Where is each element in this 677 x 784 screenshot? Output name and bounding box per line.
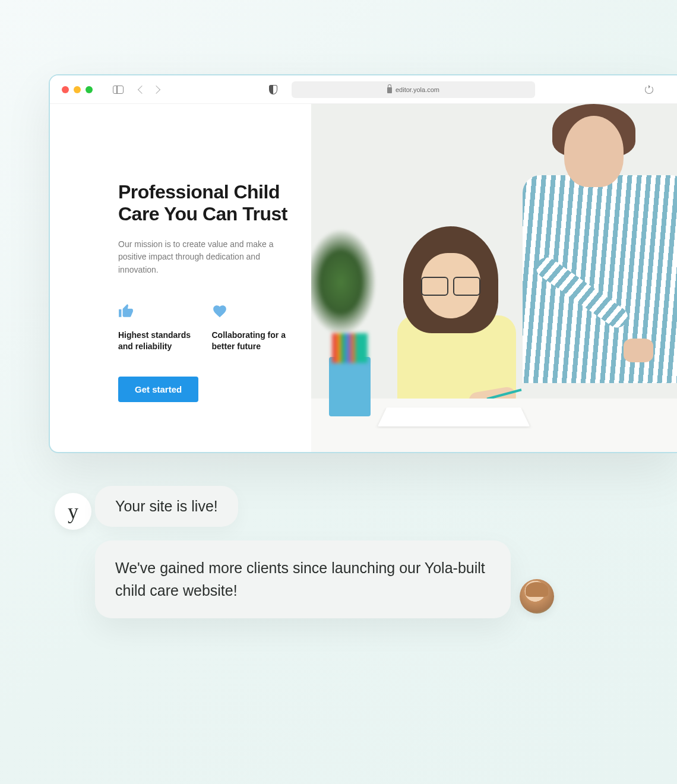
- yola-avatar: y: [55, 493, 91, 530]
- url-text: editor.yola.com: [396, 86, 439, 93]
- privacy-shield-icon[interactable]: [269, 85, 277, 94]
- heart-icon: [212, 304, 288, 319]
- nav-forward-icon[interactable]: [152, 85, 160, 93]
- get-started-button[interactable]: Get started: [118, 377, 198, 402]
- page-content: Professional Child Care You Can Trust Ou…: [50, 104, 677, 452]
- avatar-letter: y: [68, 499, 78, 524]
- sidebar-toggle-icon[interactable]: [113, 86, 124, 94]
- feature-text: Collaborating for a better future: [212, 330, 288, 353]
- refresh-icon[interactable]: [645, 86, 653, 94]
- page-mission: Our mission is to create value and make …: [118, 238, 287, 277]
- browser-chrome: editor.yola.com: [50, 75, 677, 104]
- feature-item: Highest standards and reliability: [118, 304, 194, 353]
- chat-message-user: We've gained more clients since launchin…: [95, 540, 511, 618]
- chat-text: We've gained more clients since launchin…: [115, 559, 485, 599]
- maximize-window-icon[interactable]: [86, 86, 93, 93]
- feature-item: Collaborating for a better future: [212, 304, 288, 353]
- feature-text: Highest standards and reliability: [118, 330, 194, 353]
- chat-message-system: Your site is live!: [95, 486, 238, 527]
- nav-back-icon[interactable]: [138, 85, 146, 93]
- page-title: Professional Child Care You Can Trust: [118, 181, 287, 225]
- minimize-window-icon[interactable]: [74, 86, 81, 93]
- chat-text: Your site is live!: [115, 498, 218, 514]
- thumb-up-icon: [118, 304, 194, 319]
- address-bar[interactable]: editor.yola.com: [292, 81, 535, 98]
- hero-image-column: [311, 104, 677, 452]
- browser-window: editor.yola.com Professional Child Care …: [49, 74, 677, 453]
- hero-text-column: Professional Child Care You Can Trust Ou…: [50, 104, 311, 452]
- features-row: Highest standards and reliability Collab…: [118, 304, 287, 353]
- lock-icon: [387, 87, 392, 93]
- hero-image: [311, 104, 677, 452]
- user-avatar: [520, 579, 554, 614]
- close-window-icon[interactable]: [62, 86, 69, 93]
- traffic-lights: [62, 86, 93, 93]
